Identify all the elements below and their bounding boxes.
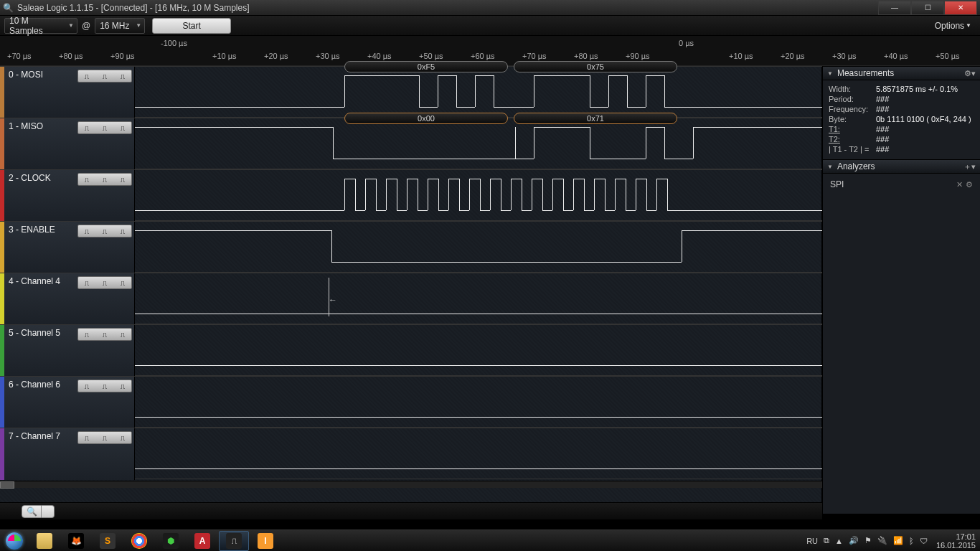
trigger-selector[interactable]: ⎍⎍⎍ [77, 173, 132, 186]
tray-shield-icon[interactable]: 🛡 [920, 537, 928, 545]
ruler-label: +40 µs [367, 52, 392, 60]
tray-date: 16.01.2015 [936, 541, 976, 550]
window-maximize-button[interactable]: ☐ [911, 1, 944, 15]
tray-up-icon[interactable]: ▲ [835, 537, 843, 545]
start-button-orb[interactable] [0, 530, 29, 552]
analyzer-item[interactable]: SPI ✕ ⚙ [830, 179, 973, 189]
taskbar-app-green[interactable]: ⬢ [156, 531, 186, 551]
tray-network-icon[interactable]: 📶 [893, 536, 903, 545]
start-button[interactable]: Start [152, 18, 231, 34]
search-button[interactable]: 🔍 [22, 505, 42, 518]
samples-dropdown[interactable]: 10 M Samples [4, 18, 77, 34]
taskbar-pdf[interactable]: A [187, 531, 217, 551]
taskbar-sublime[interactable]: S [93, 531, 123, 551]
channel-waveform[interactable] [135, 170, 822, 222]
analyzer-remove-icon[interactable]: ✕ [956, 180, 963, 189]
search-next-button[interactable]: › [42, 505, 55, 518]
ruler-label: +50 µs [936, 52, 960, 60]
gear-icon[interactable]: ⚙▾ [964, 69, 976, 78]
channel-row: 6 - Channel 6⎍⎍⎍ [0, 376, 822, 428]
tray-power-icon[interactable]: 🔌 [877, 536, 887, 545]
channel-header[interactable]: 4 - Channel 4⎍⎍⎍ [0, 273, 135, 325]
analyzers-header[interactable]: Analyzers ＋▾ [823, 159, 980, 174]
edge-fall-icon: ⎍ [103, 72, 107, 80]
ruler-label: +10 µs [729, 52, 753, 60]
windows-icon [6, 532, 23, 550]
measurement-key: | T1 - T2 | = [829, 145, 876, 154]
trigger-selector[interactable]: ⎍⎍⎍ [77, 276, 132, 289]
channel-header[interactable]: 7 - Channel 7⎍⎍⎍ [0, 428, 135, 480]
trigger-selector[interactable]: ⎍⎍⎍ [77, 225, 132, 237]
channel-waveform[interactable] [135, 222, 822, 273]
ruler-label: +80 µs [574, 52, 598, 60]
channel-header[interactable]: 0 - MOSI⎍⎍⎍ [0, 67, 135, 118]
tray-icon[interactable]: ⧉ [824, 536, 829, 545]
edge-both-icon: ⎍ [121, 72, 125, 80]
edge-rise-icon: ⎍ [85, 279, 89, 287]
window-titlebar: 🔍 Saleae Logic 1.1.15 - [Connected] - [1… [0, 0, 980, 16]
edge-fall-icon: ⎍ [103, 279, 107, 287]
measurement-row: | T1 - T2 | =### [829, 145, 974, 154]
channel-row: 4 - Channel 4⎍⎍⎍← [0, 273, 822, 324]
channel-header[interactable]: 1 - MISO⎍⎍⎍ [0, 118, 135, 170]
analyzers-list: SPI ✕ ⚙ [823, 174, 980, 195]
sample-rate-dropdown[interactable]: 16 MHz [95, 18, 145, 34]
trigger-selector[interactable]: ⎍⎍⎍ [77, 70, 132, 83]
channel-header[interactable]: 3 - ENABLE⎍⎍⎍ [0, 222, 135, 273]
channel-color-strip [0, 170, 4, 222]
options-label: Options [935, 21, 964, 31]
taskbar-inventor[interactable]: I [250, 531, 281, 551]
tray-bt-icon[interactable]: ᛒ [909, 537, 914, 545]
edge-fall-icon: ⎍ [103, 331, 107, 339]
ruler-label: +50 µs [419, 52, 443, 60]
analyzer-settings-icon[interactable]: ⚙ [966, 180, 973, 189]
channel-waveform[interactable]: 0xF50x75 [135, 67, 822, 118]
add-analyzer-icon[interactable]: ＋▾ [963, 161, 976, 172]
edge-fall-icon: ⎍ [103, 176, 107, 184]
system-tray[interactable]: RU ⧉ ▲ 🔊 ⚑ 🔌 📶 ᛒ 🛡 17:01 16.01.2015 [804, 532, 980, 550]
decoded-value[interactable]: 0xF5 [344, 61, 508, 72]
channel-color-strip [0, 428, 4, 480]
decoded-value[interactable]: 0x00 [344, 113, 508, 124]
channel-header[interactable]: 2 - CLOCK⎍⎍⎍ [0, 170, 135, 222]
tray-flag-icon[interactable]: ⚑ [864, 536, 872, 545]
edge-rise-icon: ⎍ [85, 331, 89, 339]
window-title: Saleae Logic 1.1.15 - [Connected] - [16 … [17, 3, 878, 13]
taskbar-chrome[interactable] [124, 531, 154, 551]
search-icon: 🔍 [27, 507, 37, 517]
window-minimize-button[interactable]: — [878, 1, 911, 15]
options-menu[interactable]: Options [930, 21, 976, 31]
channel-color-strip [0, 377, 4, 428]
tray-clock[interactable]: 17:01 16.01.2015 [936, 532, 976, 550]
app-icon: 🔍 [3, 3, 13, 13]
waveform-area[interactable]: 0 - MOSI⎍⎍⎍0xF50x751 - MISO⎍⎍⎍0x000x712 … [0, 66, 822, 514]
taskbar-saleae[interactable]: ⎍ [219, 531, 249, 551]
scrollbar-thumb[interactable] [0, 481, 14, 489]
channel-header[interactable]: 5 - Channel 5⎍⎍⎍ [0, 325, 135, 377]
tray-lang[interactable]: RU [806, 537, 818, 545]
measurements-header[interactable]: Measurements ⚙▾ [823, 66, 980, 80]
channel-header[interactable]: 6 - Channel 6⎍⎍⎍ [0, 377, 135, 428]
channel-waveform[interactable] [135, 428, 822, 480]
trigger-selector[interactable]: ⎍⎍⎍ [77, 380, 132, 392]
taskbar[interactable]: 🦊 S ⬢ A ⎍ I RU ⧉ ▲ 🔊 ⚑ 🔌 📶 ᛒ 🛡 17:01 16.… [0, 529, 980, 551]
channel-waveform[interactable] [135, 325, 822, 377]
measurement-value: ### [876, 125, 889, 133]
channel-name: 3 - ENABLE [9, 225, 55, 235]
trigger-selector[interactable]: ⎍⎍⎍ [77, 328, 132, 341]
tray-volume-icon[interactable]: 🔊 [849, 536, 859, 545]
trigger-selector[interactable]: ⎍⎍⎍ [77, 431, 132, 444]
horizontal-scrollbar[interactable] [0, 481, 822, 488]
channel-waveform[interactable] [135, 377, 822, 428]
edge-both-icon: ⎍ [121, 382, 125, 390]
ruler-label: +30 µs [316, 52, 340, 60]
decoded-value[interactable]: 0x71 [514, 113, 677, 124]
decoded-value[interactable]: 0x75 [514, 61, 677, 72]
at-label: @ [82, 21, 90, 31]
taskbar-foobar[interactable]: 🦊 [61, 531, 91, 551]
window-close-button[interactable]: ✕ [944, 1, 977, 15]
trigger-selector[interactable]: ⎍⎍⎍ [77, 121, 132, 134]
taskbar-explorer[interactable] [29, 531, 60, 551]
channel-waveform[interactable]: ← [135, 273, 822, 325]
channel-waveform[interactable]: 0x000x71 [135, 118, 822, 170]
